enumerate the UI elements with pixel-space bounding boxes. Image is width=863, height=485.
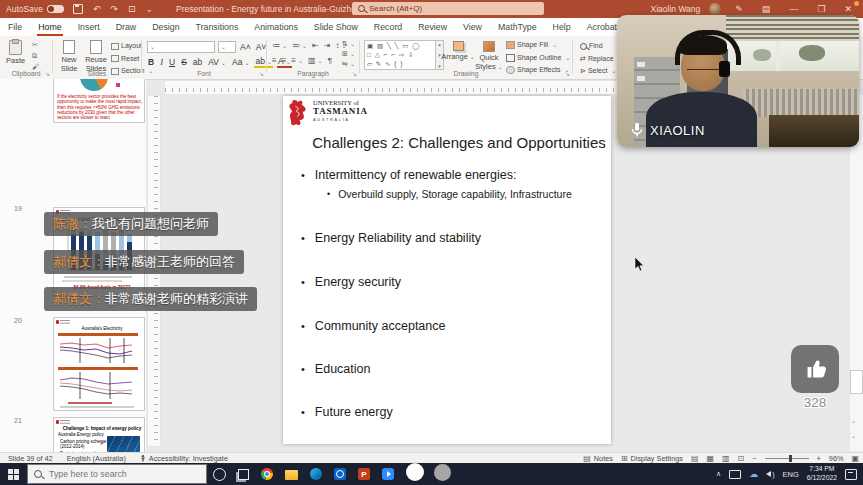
start-button[interactable] — [8, 469, 19, 480]
bullet-security[interactable]: Energy security — [301, 275, 401, 290]
normal-view-button[interactable]: ▤ — [691, 454, 699, 463]
notes-button[interactable]: ▤Notes — [583, 454, 613, 463]
volume-icon[interactable]: ) — [766, 471, 774, 478]
text-align-icon[interactable]: ⇅ — [342, 40, 355, 48]
edge-icon[interactable] — [310, 468, 322, 480]
change-case-icon[interactable]: Aa — [231, 57, 250, 67]
font-name-combobox[interactable] — [147, 41, 215, 53]
align-center-icon[interactable]: ≡ — [282, 56, 287, 65]
chrome-icon[interactable] — [261, 468, 273, 480]
text-direction-icon[interactable]: ¶ — [328, 56, 332, 65]
editor-scrollbar-thumb[interactable] — [850, 370, 863, 394]
outlook-icon[interactable] — [334, 468, 346, 480]
clipboard-dialog-launcher-icon[interactable]: ↘ — [45, 70, 50, 77]
tab-review[interactable]: Review — [410, 19, 455, 36]
arrange-text-icon[interactable]: ⇋ — [342, 60, 355, 68]
reading-view-button[interactable]: ▥ — [722, 454, 730, 463]
taskbar-search-input[interactable] — [47, 468, 181, 480]
grow-font-icon[interactable]: A˄ — [239, 42, 252, 52]
taskbar-search[interactable] — [27, 464, 207, 484]
hidden-icons-chevron-icon[interactable]: ∧ — [716, 470, 721, 478]
network-icon[interactable] — [729, 470, 741, 479]
tab-insert[interactable]: Insert — [70, 19, 108, 36]
task-view-icon[interactable] — [238, 469, 249, 480]
zoom-level[interactable]: 96% — [829, 454, 844, 463]
tab-file[interactable]: File — [0, 19, 30, 36]
increase-indent-icon[interactable]: ⇥ — [324, 41, 331, 50]
paragraph-dialog-launcher-icon[interactable]: ↘ — [352, 70, 357, 77]
thumbnail-partial[interactable]: If the electricity sector provides the b… — [53, 79, 145, 123]
floating-control-gray[interactable] — [434, 464, 451, 481]
sub-bullet-overbuild[interactable]: Overbuild supply, Storage capability, In… — [327, 188, 572, 201]
reuse-slides-button[interactable]: Reuse Slides — [83, 40, 109, 73]
zoom-slider-thumb[interactable] — [789, 455, 792, 462]
quick-styles-button[interactable]: Quick Styles — [476, 41, 502, 71]
align-right-icon[interactable]: ≡ — [291, 56, 303, 65]
tab-help[interactable]: Help — [545, 19, 579, 36]
arrange-button[interactable]: Arrange — [444, 41, 472, 61]
webcam-video[interactable]: XIAOLIN — [617, 15, 859, 147]
tab-design[interactable]: Design — [144, 19, 187, 36]
search-box[interactable]: Search (Alt+Q) — [352, 2, 544, 15]
undo-icon[interactable]: ↶ — [93, 0, 101, 18]
autosave-toggle[interactable] — [47, 5, 64, 13]
copy-icon[interactable]: ⧉ — [32, 52, 39, 60]
slide-sorter-view-button[interactable]: ▦ — [706, 454, 714, 463]
bullet-future-energy[interactable]: Future energy — [301, 405, 393, 420]
accessibility-checker[interactable]: Accessibility: Investigate — [140, 454, 228, 463]
floating-control-white[interactable] — [406, 463, 424, 481]
next-slide-icon[interactable]: ⌄ — [851, 432, 856, 439]
drawing-dialog-launcher-icon[interactable]: ↘ — [565, 70, 570, 77]
powerpoint-icon[interactable]: P — [358, 468, 370, 480]
font-size-combobox[interactable] — [218, 41, 236, 53]
language-tray[interactable]: ENG — [782, 470, 798, 479]
decrease-indent-icon[interactable]: ⇤ — [312, 41, 319, 50]
slideshow-view-button[interactable]: ⊡ — [738, 454, 745, 463]
italic-button[interactable]: I — [159, 57, 164, 67]
action-center-icon[interactable] — [845, 469, 857, 480]
present-icon[interactable]: ⊡ — [128, 0, 136, 18]
onedrive-cloud-icon[interactable]: ☁ — [749, 470, 758, 479]
quick-access-chevron-icon[interactable]: ⌄ — [146, 0, 154, 18]
meeting-app-icon[interactable] — [382, 468, 394, 480]
font-dialog-launcher-icon[interactable]: ↘ — [259, 70, 264, 77]
bullet-education[interactable]: Education — [301, 362, 370, 377]
bullet-reliability[interactable]: Energy Reliability and stability — [301, 231, 481, 246]
tab-record[interactable]: Record — [366, 19, 410, 36]
cut-icon[interactable]: ✂ — [32, 41, 39, 49]
format-painter-icon[interactable]: 🖌 — [32, 63, 39, 70]
zoom-out-button[interactable]: − — [752, 454, 756, 463]
thumbnail-slide-20[interactable]: Australia's Electricity — [53, 317, 145, 411]
file-explorer-icon[interactable] — [285, 470, 298, 480]
zoom-slider[interactable] — [765, 458, 809, 459]
columns-icon[interactable]: ▥ — [308, 56, 323, 65]
convert-smartart-icon[interactable]: ⊞ — [342, 50, 355, 58]
underline-button[interactable]: U — [168, 57, 176, 67]
tab-draw[interactable]: Draw — [108, 19, 145, 36]
align-left-icon[interactable]: ≡ — [272, 56, 277, 65]
tab-slide-show[interactable]: Slide Show — [306, 19, 366, 36]
shapes-gallery[interactable]: ▣ ▨ ╲ ╲ ▭ ◯ □ △ ⌐ ⌐ ⇨ ⇩ ▱ ✎ ∿ ( ) — [364, 40, 436, 70]
shape-outline-button[interactable]: Shape Outline — [506, 53, 570, 63]
bullets-icon[interactable]: ≔ — [272, 41, 287, 50]
numbering-icon[interactable]: ≕ — [292, 41, 307, 50]
fit-slide-button[interactable]: ▣ — [851, 454, 859, 463]
tab-transitions[interactable]: Transitions — [188, 19, 247, 36]
cortana-icon[interactable] — [213, 468, 226, 481]
save-icon[interactable] — [73, 4, 83, 14]
slide-canvas[interactable]: UNIVERSITY of TASMANIA AUSTRALIA Challen… — [283, 96, 611, 444]
slide-title[interactable]: Challenges 2: Challenges and Opportuniti… — [309, 134, 609, 151]
language-indicator[interactable]: English (Australia) — [67, 454, 126, 463]
paste-button[interactable]: Paste — [6, 40, 25, 65]
avatar[interactable] — [709, 3, 721, 15]
bullet-community[interactable]: Community acceptance — [301, 319, 445, 334]
account-name[interactable]: Xiaolin Wang — [651, 4, 701, 14]
text-shadow-button[interactable]: ab — [192, 57, 203, 67]
strikethrough-button[interactable]: S — [180, 57, 188, 67]
tab-mathtype[interactable]: MathType — [490, 19, 545, 36]
shape-fill-button[interactable]: Shape Fill — [506, 40, 570, 50]
zoom-in-button[interactable]: + — [817, 454, 821, 463]
clock[interactable]: 7:34 PM 6/12/2022 — [807, 465, 837, 483]
redo-icon[interactable]: ↷ — [110, 0, 118, 18]
bold-button[interactable]: B — [147, 57, 155, 67]
